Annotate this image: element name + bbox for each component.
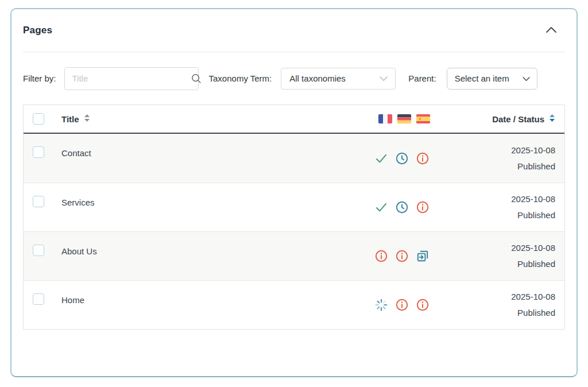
table-body: Contact 2025-10-08 Published Services 20…	[24, 134, 564, 329]
page-title-cell: Services	[61, 198, 346, 207]
info-icon[interactable]	[394, 297, 409, 312]
table-row: About Us 2025-10-08 Published	[24, 231, 564, 280]
info-icon[interactable]	[394, 249, 409, 264]
flag-germany-icon	[397, 114, 411, 123]
info-icon[interactable]	[415, 151, 430, 166]
chevron-up-icon	[546, 26, 557, 35]
date-value: 2025-10-08	[432, 142, 555, 158]
date-value: 2025-10-08	[432, 289, 555, 305]
flag-spain-icon	[416, 114, 430, 123]
date-value: 2025-10-08	[432, 191, 555, 207]
table-row: Services 2025-10-08 Published	[24, 183, 564, 231]
status-value: Published	[432, 158, 555, 175]
chevron-down-icon	[379, 73, 388, 83]
date-value: 2025-10-08	[432, 240, 555, 256]
title-search-input[interactable]	[65, 73, 189, 83]
taxonomy-select[interactable]: All taxonomies	[281, 68, 396, 90]
flag-france-icon	[378, 114, 392, 123]
parent-select-value: Select an item	[455, 73, 509, 83]
row-checkbox[interactable]	[33, 146, 44, 158]
page-title-cell: Home	[61, 295, 346, 305]
taxonomy-select-value: All taxonomies	[289, 73, 346, 83]
translation-status-icons	[346, 281, 432, 329]
table-header-row: Title Date / Status	[24, 105, 564, 134]
panel-header: Pages	[11, 9, 577, 52]
date-status-column-header: Date / Status	[492, 114, 544, 124]
select-all-checkbox[interactable]	[33, 113, 44, 125]
info-icon[interactable]	[374, 249, 389, 264]
clock-icon[interactable]	[394, 151, 409, 166]
row-checkbox[interactable]	[33, 196, 44, 207]
page-title: Pages	[23, 25, 52, 36]
sort-date-status-button[interactable]	[549, 114, 555, 124]
check-icon[interactable]	[374, 151, 389, 166]
status-value: Published	[432, 256, 555, 272]
translation-status-icons	[346, 232, 432, 280]
page-title-cell: About Us	[61, 246, 346, 256]
page-title-cell: Contact	[61, 148, 346, 158]
filter-bar: Filter by: Taxonomy Term: All taxonomies…	[11, 52, 577, 105]
date-status-cell: 2025-10-08 Published	[432, 142, 564, 175]
sort-arrows-active-icon	[549, 114, 555, 124]
language-flags	[346, 114, 432, 123]
sort-arrows-icon	[84, 114, 90, 124]
check-icon[interactable]	[374, 200, 389, 215]
table-row: Home 2025-10-08 Published	[24, 280, 564, 329]
search-icon	[189, 72, 209, 85]
status-value: Published	[432, 207, 555, 223]
parent-label: Parent:	[408, 73, 436, 83]
filter-by-label: Filter by:	[23, 73, 56, 83]
pages-panel: Pages Filter by: Taxonomy Term: All taxo…	[10, 8, 578, 377]
status-value: Published	[432, 305, 555, 321]
sort-title-button[interactable]	[84, 114, 90, 124]
translation-status-icons	[346, 183, 432, 231]
date-status-cell: 2025-10-08 Published	[432, 289, 564, 321]
title-column-header: Title	[61, 114, 79, 124]
duplicate-icon[interactable]	[415, 249, 430, 264]
date-status-cell: 2025-10-08 Published	[432, 191, 564, 223]
taxonomy-term-label: Taxonomy Term:	[209, 73, 272, 83]
translation-status-icons	[346, 134, 432, 183]
parent-select[interactable]: Select an item	[447, 68, 537, 90]
date-status-cell: 2025-10-08 Published	[432, 240, 564, 272]
pages-table: Title Date / Status Cont	[23, 105, 565, 330]
chevron-down-icon	[522, 73, 531, 83]
title-search-box	[64, 67, 199, 90]
info-icon[interactable]	[415, 200, 430, 215]
table-row: Contact 2025-10-08 Published	[24, 134, 564, 183]
info-icon[interactable]	[415, 297, 430, 312]
collapse-panel-button[interactable]	[543, 24, 559, 37]
row-checkbox[interactable]	[33, 293, 44, 305]
clock-icon[interactable]	[394, 200, 409, 215]
spinner-icon[interactable]	[374, 297, 389, 312]
row-checkbox[interactable]	[33, 245, 44, 256]
